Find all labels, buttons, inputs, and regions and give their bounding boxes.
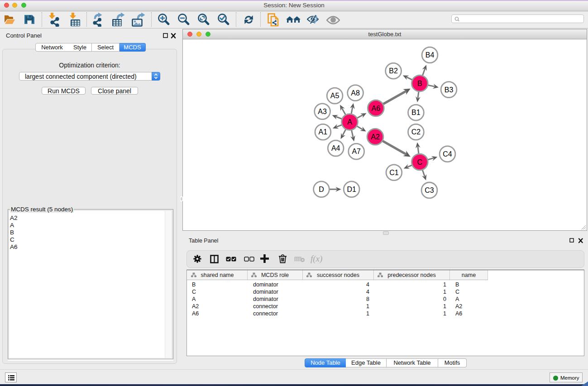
svg-text:C1: C1	[389, 169, 399, 176]
svg-text:A5: A5	[330, 92, 339, 100]
svg-text:D1: D1	[347, 186, 356, 193]
svg-text:A3: A3	[318, 108, 327, 115]
svg-text:A6: A6	[371, 105, 380, 112]
svg-text:B1: B1	[411, 109, 421, 116]
svg-text:A1: A1	[318, 128, 327, 136]
svg-text:A8: A8	[351, 89, 360, 97]
svg-text:B3: B3	[444, 86, 453, 94]
svg-text:C3: C3	[425, 186, 434, 194]
svg-text:A: A	[347, 118, 352, 126]
svg-text:D: D	[319, 186, 324, 193]
svg-text:B2: B2	[389, 67, 398, 75]
svg-text:C2: C2	[411, 128, 421, 136]
svg-text:B4: B4	[425, 51, 434, 59]
svg-text:B: B	[417, 80, 422, 87]
svg-text:C: C	[417, 158, 422, 166]
svg-text:A4: A4	[331, 144, 340, 152]
svg-text:A7: A7	[352, 148, 361, 155]
svg-text:C4: C4	[443, 150, 452, 158]
svg-text:A2: A2	[371, 133, 380, 141]
